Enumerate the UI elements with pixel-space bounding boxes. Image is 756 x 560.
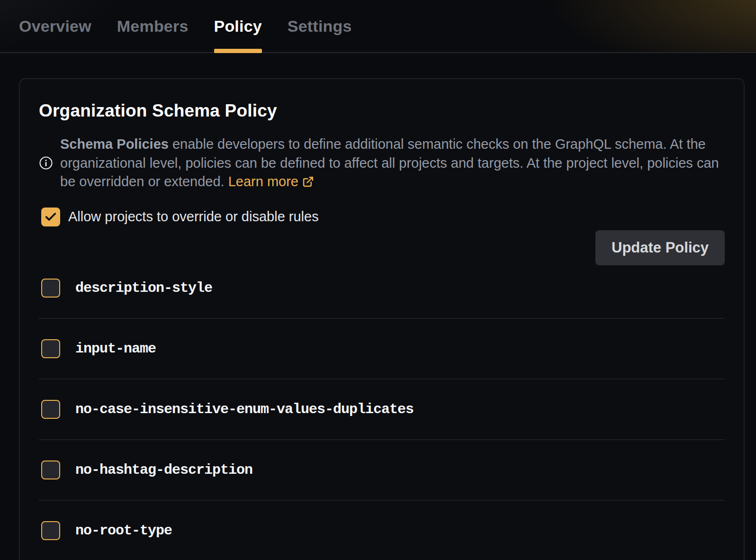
- rule-checkbox[interactable]: [41, 339, 60, 358]
- allow-override-row: Allow projects to override or disable ru…: [41, 208, 725, 226]
- tab-label: Settings: [288, 17, 352, 36]
- rule-name: no-hashtag-description: [75, 462, 252, 478]
- info-icon: [39, 156, 53, 170]
- allow-override-label: Allow projects to override or disable ru…: [68, 209, 319, 225]
- tab-overview[interactable]: Overview: [19, 0, 91, 52]
- learn-more-label: Learn more: [228, 174, 298, 189]
- external-link-icon: [302, 176, 314, 188]
- info-text: Schema Policies enable developers to def…: [60, 135, 725, 191]
- tab-label: Policy: [214, 17, 262, 36]
- main-content: Organization Schema Policy Schema Polici…: [0, 53, 756, 560]
- rules-list: description-style input-name no-case-ins…: [39, 258, 725, 560]
- rule-name: description-style: [75, 280, 212, 296]
- allow-override-checkbox[interactable]: [41, 208, 60, 226]
- page-title: Organization Schema Policy: [39, 101, 725, 121]
- rule-checkbox[interactable]: [41, 279, 60, 298]
- tab-settings[interactable]: Settings: [288, 0, 352, 52]
- rule-row-input-name: input-name: [39, 319, 725, 379]
- policy-card: Organization Schema Policy Schema Polici…: [19, 78, 745, 560]
- rule-row-no-hashtag-description: no-hashtag-description: [39, 440, 725, 501]
- checkmark-icon: [44, 210, 57, 224]
- tab-policy[interactable]: Policy: [214, 0, 262, 52]
- tab-label: Overview: [19, 17, 91, 36]
- rule-checkbox[interactable]: [41, 400, 60, 419]
- rule-name: no-root-type: [75, 523, 172, 539]
- active-tab-underline: [214, 49, 262, 53]
- app-root: Overview Members Policy Settings Organiz…: [0, 0, 756, 560]
- rule-name: no-case-insensitive-enum-values-duplicat…: [75, 401, 414, 417]
- info-callout: Schema Policies enable developers to def…: [39, 135, 725, 191]
- rule-name: input-name: [75, 341, 156, 357]
- tab-bar: Overview Members Policy Settings: [0, 0, 756, 53]
- rule-checkbox[interactable]: [41, 521, 60, 540]
- rule-checkbox[interactable]: [41, 461, 60, 479]
- info-text-lead: Schema Policies: [60, 136, 169, 152]
- rule-row-no-case-insensitive-enum-values-duplicates: no-case-insensitive-enum-values-duplicat…: [39, 379, 725, 440]
- tab-label: Members: [117, 17, 189, 36]
- learn-more-link[interactable]: Learn more: [228, 174, 314, 189]
- update-policy-button[interactable]: Update Policy: [595, 230, 725, 265]
- rule-row-no-root-type: no-root-type: [39, 501, 725, 560]
- rule-row-description-style: description-style: [39, 258, 725, 319]
- tab-members[interactable]: Members: [117, 0, 189, 52]
